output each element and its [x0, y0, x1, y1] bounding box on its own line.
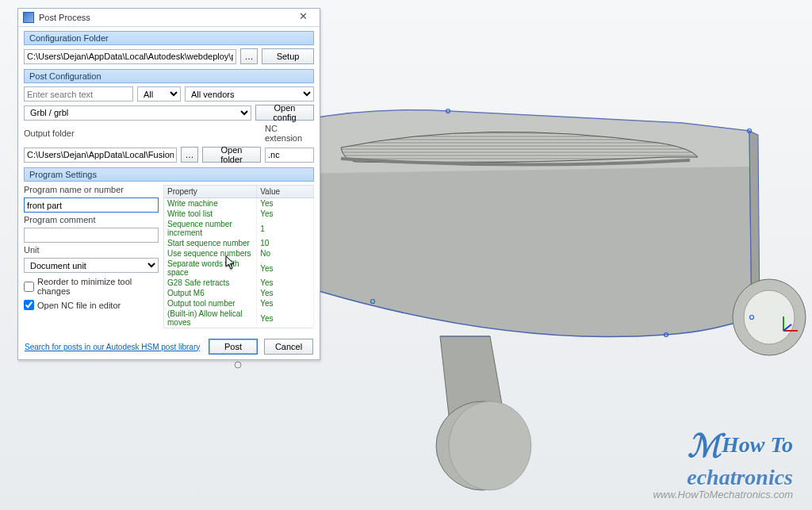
post-button[interactable]: Post — [209, 339, 258, 355]
section-config-folder: Configuration Folder — [24, 31, 314, 45]
property-row[interactable]: Separate words with spaceYes — [164, 259, 314, 278]
origin-gizmo — [779, 313, 801, 336]
section-program-settings: Program Settings — [24, 167, 314, 182]
post-processor-select[interactable]: Grbl / grbl — [24, 105, 251, 121]
program-name-input[interactable] — [24, 197, 159, 213]
app-icon — [23, 12, 34, 23]
properties-table[interactable]: Property Value Write machineYesWrite too… — [163, 185, 314, 328]
program-comment-input[interactable] — [24, 228, 159, 243]
scope-select[interactable]: All — [137, 86, 181, 102]
browse-config-folder-button[interactable]: … — [240, 48, 258, 64]
property-row[interactable]: Write machineYes — [164, 198, 314, 209]
nc-extension-input[interactable] — [265, 148, 314, 163]
open-folder-button[interactable]: Open folder — [202, 147, 261, 163]
browse-output-folder-button[interactable]: … — [181, 147, 198, 163]
post-process-dialog: Post Process ✕ Configuration Folder … Se… — [17, 8, 320, 360]
dialog-titlebar[interactable]: Post Process ✕ — [18, 9, 320, 27]
property-row[interactable]: Output M6Yes — [164, 288, 314, 298]
output-folder-path[interactable] — [24, 148, 177, 163]
search-input[interactable] — [24, 86, 133, 102]
property-row[interactable]: (Built-in) Allow helical movesYes — [164, 309, 314, 328]
vendor-select[interactable]: All vendors — [185, 86, 314, 102]
property-row[interactable]: Write tool listYes — [164, 209, 314, 219]
svg-line-12 — [783, 324, 791, 331]
svg-point-0 — [449, 401, 531, 490]
open-config-button[interactable]: Open config — [255, 105, 314, 121]
property-row[interactable]: Output tool numberYes — [164, 298, 314, 309]
open-nc-label: Open NC file in editor — [37, 301, 121, 310]
nc-extension-label: NC extension — [265, 124, 314, 143]
setup-button[interactable]: Setup — [262, 48, 314, 64]
cancel-button[interactable]: Cancel — [264, 339, 313, 355]
col-value: Value — [257, 186, 314, 198]
unit-select[interactable]: Document unit — [24, 258, 159, 273]
open-nc-checkbox[interactable] — [24, 300, 34, 310]
origin-point — [235, 362, 241, 368]
dialog-title: Post Process — [39, 13, 289, 22]
program-name-label: Program name or number — [24, 185, 159, 194]
reorder-checkbox-row[interactable]: Reorder to minimize tool changes — [24, 277, 159, 296]
col-property: Property — [164, 186, 257, 198]
output-folder-label: Output folder — [24, 128, 198, 138]
unit-label: Unit — [24, 245, 159, 255]
reorder-label: Reorder to minimize tool changes — [37, 277, 159, 296]
close-icon[interactable]: ✕ — [289, 10, 316, 25]
config-folder-path[interactable] — [24, 49, 236, 64]
property-row[interactable]: G28 Safe retractsYes — [164, 278, 314, 288]
section-post-config: Post Configuration — [24, 69, 314, 83]
open-nc-checkbox-row[interactable]: Open NC file in editor — [24, 300, 159, 310]
program-comment-label: Program comment — [24, 215, 159, 224]
property-row[interactable]: Start sequence number10 — [164, 238, 314, 248]
reorder-checkbox[interactable] — [24, 282, 34, 292]
post-library-link[interactable]: Search for posts in our Autodesk HSM pos… — [25, 343, 200, 351]
property-row[interactable]: Sequence number increment1 — [164, 219, 314, 238]
property-row[interactable]: Use sequence numbersNo — [164, 248, 314, 259]
